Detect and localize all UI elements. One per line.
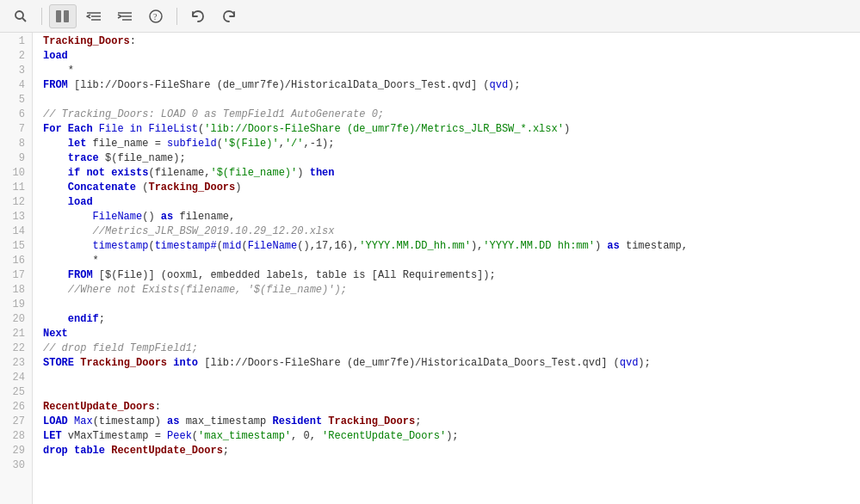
code-line-19 <box>43 298 860 312</box>
code-line-17: FROM [$(File)] (ooxml, embedded labels, … <box>43 268 860 283</box>
code-line-29: drop table RecentUpdate_Doors; <box>43 444 860 458</box>
indent-decrease-button[interactable] <box>80 4 108 28</box>
line-num-11: 11 <box>0 181 32 195</box>
undo-button[interactable] <box>184 4 212 28</box>
line-num-8: 8 <box>0 137 32 151</box>
code-line-14: //Metrics_JLR_BSW_2019.10.29_12.20.xlsx <box>43 224 860 239</box>
line-num-17: 17 <box>0 268 32 283</box>
line-num-29: 29 <box>0 444 32 458</box>
code-line-3: * <box>43 64 860 78</box>
svg-point-0 <box>15 11 23 19</box>
code-line-26: RecentUpdate_Doors: <box>43 400 860 415</box>
line-num-28: 28 <box>0 429 32 444</box>
code-line-2: load <box>43 49 860 64</box>
code-line-7: For Each File in FileList('lib://Doors-F… <box>43 122 860 137</box>
code-line-9: trace $(file_name); <box>43 151 860 166</box>
line-num-20: 20 <box>0 312 32 327</box>
svg-rect-2 <box>56 10 61 22</box>
line-num-24: 24 <box>0 371 32 385</box>
code-line-15: timestamp(timestamp#(mid(FileName(),17,1… <box>43 239 860 254</box>
line-num-12: 12 <box>0 195 32 210</box>
code-line-20: endif; <box>43 312 860 327</box>
line-num-25: 25 <box>0 385 32 400</box>
line-num-4: 4 <box>0 78 32 93</box>
line-num-19: 19 <box>0 298 32 312</box>
line-num-16: 16 <box>0 254 32 268</box>
line-num-2: 2 <box>0 49 32 64</box>
line-num-13: 13 <box>0 210 32 224</box>
code-line-27: LOAD Max(timestamp) as max_timestamp Res… <box>43 415 860 429</box>
code-line-13: FileName() as filename, <box>43 210 860 224</box>
line-num-6: 6 <box>0 108 32 122</box>
code-line-25 <box>43 385 860 400</box>
line-num-26: 26 <box>0 400 32 415</box>
line-num-5: 5 <box>0 93 32 108</box>
line-num-7: 7 <box>0 122 32 137</box>
code-line-8: let file_name = subfield('$(File)','/',-… <box>43 137 860 151</box>
line-num-14: 14 <box>0 224 32 239</box>
separator-1 <box>41 8 42 25</box>
code-line-5 <box>43 93 860 108</box>
line-num-1: 1 <box>0 34 32 49</box>
search-button[interactable] <box>7 4 34 28</box>
code-editor[interactable]: Tracking_Doors: load * FROM [lib://Doors… <box>33 33 860 504</box>
line-num-27: 27 <box>0 415 32 429</box>
help-button[interactable]: ? <box>142 4 170 28</box>
line-num-23: 23 <box>0 356 32 371</box>
code-line-4: FROM [lib://Doors-FileShare (de_umr7fe)/… <box>43 78 860 93</box>
code-line-1: Tracking_Doors: <box>43 34 860 49</box>
line-num-30: 30 <box>0 458 32 473</box>
line-num-22: 22 <box>0 341 32 356</box>
line-num-3: 3 <box>0 64 32 78</box>
code-line-28: LET vMaxTimestamp = Peek('max_timestamp'… <box>43 429 860 444</box>
code-line-23: STORE Tracking_Doors into [lib://Doors-F… <box>43 356 860 371</box>
indent-increase-button[interactable] <box>111 4 139 28</box>
comment-button[interactable] <box>49 4 77 28</box>
code-line-12: load <box>43 195 860 210</box>
line-num-15: 15 <box>0 239 32 254</box>
line-num-9: 9 <box>0 151 32 166</box>
separator-2 <box>176 8 177 25</box>
line-num-21: 21 <box>0 327 32 341</box>
code-line-21: Next <box>43 327 860 341</box>
svg-rect-3 <box>64 10 69 22</box>
code-line-30 <box>43 458 860 473</box>
code-line-11: Concatenate (Tracking_Doors) <box>43 181 860 195</box>
code-line-22: // drop field TempField1; <box>43 341 860 356</box>
code-line-10: if not exists(filename,'$(file_name)') t… <box>43 166 860 181</box>
line-num-18: 18 <box>0 283 32 298</box>
line-num-10: 10 <box>0 166 32 181</box>
editor-main: 1 2 3 4 5 6 7 8 9 10 11 12 13 14 15 16 1… <box>0 33 860 504</box>
svg-line-1 <box>22 18 26 22</box>
code-line-18: //Where not Exists(filename, '$(file_nam… <box>43 283 860 298</box>
code-line-16: * <box>43 254 860 268</box>
code-line-24 <box>43 371 860 385</box>
code-line-6: // Tracking_Doors: LOAD 0 as TempField1 … <box>43 108 860 122</box>
redo-button[interactable] <box>215 4 243 28</box>
line-numbers: 1 2 3 4 5 6 7 8 9 10 11 12 13 14 15 16 1… <box>0 33 33 504</box>
toolbar: ? <box>0 0 860 33</box>
svg-text:?: ? <box>153 12 158 22</box>
